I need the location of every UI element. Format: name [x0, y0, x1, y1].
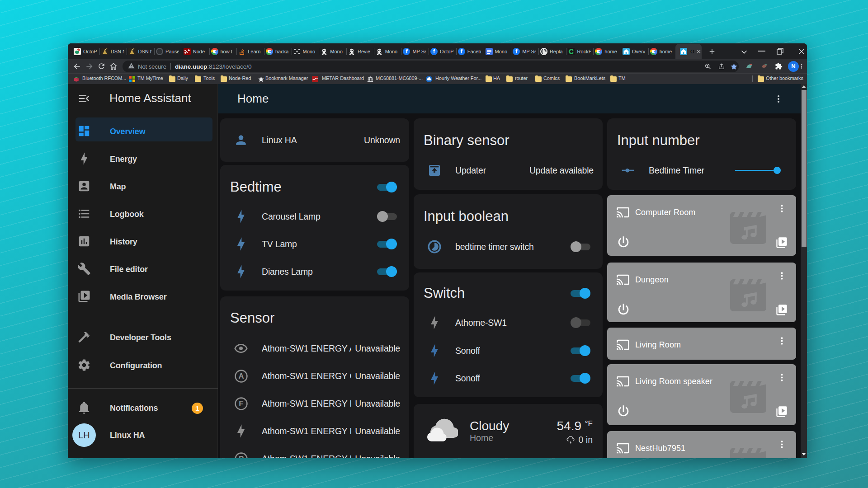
svg-text:P: P — [238, 455, 243, 458]
svg-text:A: A — [238, 372, 244, 380]
svg-text:F: F — [239, 399, 243, 408]
